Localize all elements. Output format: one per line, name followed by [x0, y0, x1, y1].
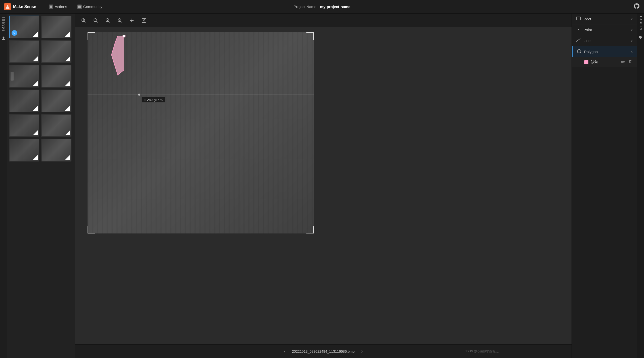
thumbnail-6[interactable] — [41, 65, 71, 88]
canvas-wrapper[interactable]: x: 280, y: 449 — [75, 27, 572, 344]
label-delete-button[interactable] — [627, 59, 633, 65]
thumbnail-row-2 — [9, 40, 73, 63]
thumbnail-10[interactable] — [41, 114, 71, 137]
svg-line-9 — [97, 21, 98, 22]
thumbnail-row-3 — [9, 65, 73, 88]
topbar: Make Sense Actions Community Project Nam… — [0, 0, 644, 14]
label-types-panel: Rect ∨ • Point ∨ — [572, 14, 637, 358]
images-sidebar-upload-icon[interactable] — [2, 36, 6, 41]
toolbar — [75, 14, 572, 27]
labels-tab-icon[interactable] — [639, 35, 643, 40]
svg-line-5 — [85, 21, 86, 22]
menu-item-community[interactable]: Community — [72, 0, 107, 14]
thumbnail-8[interactable] — [41, 90, 71, 112]
actions-menu-icon — [49, 5, 53, 9]
project-label: Project Name: — [294, 5, 317, 9]
thumbnail-9[interactable] — [9, 114, 39, 137]
main-content: Images ↻ — [0, 14, 644, 358]
label-actions-queji — [620, 59, 633, 65]
svg-rect-2 — [78, 6, 81, 8]
thumbnail-3[interactable] — [9, 40, 39, 63]
point-chevron: ∨ — [630, 28, 633, 32]
polygon-annotation[interactable] — [109, 35, 129, 81]
label-visibility-button[interactable] — [620, 59, 626, 65]
rect-chevron: ∨ — [630, 17, 633, 21]
images-sidebar-label: Images — [2, 16, 5, 31]
label-type-point-left: • Point — [576, 27, 592, 32]
label-color-queji — [584, 60, 588, 64]
edit-button[interactable] — [139, 16, 148, 25]
logo-icon — [4, 3, 11, 10]
thumbnail-nav-icon: ↻ — [12, 30, 17, 36]
pan-button[interactable] — [127, 16, 136, 25]
community-label: Community — [83, 5, 102, 9]
right-sidebar: Rect ∨ • Point ∨ — [572, 14, 637, 358]
watermark: CSDN @心清似水淡若云。 — [464, 349, 501, 353]
thumbnails-panel[interactable]: ↻ — [7, 14, 75, 358]
thumbnail-4[interactable] — [41, 40, 71, 63]
github-icon[interactable] — [633, 3, 640, 11]
svg-rect-1 — [50, 6, 52, 8]
label-type-polygon[interactable]: Polygon ∧ — [572, 46, 637, 57]
canvas-bottom-bar: ‹ 20221013_083622494_113116686.bmp › CSD… — [75, 344, 572, 358]
polygon-chevron: ∧ — [630, 50, 633, 54]
line-label: Line — [583, 38, 590, 43]
thumbnail-1[interactable]: ↻ — [9, 16, 39, 38]
zoom-fit-button[interactable] — [103, 16, 112, 25]
svg-line-21 — [576, 38, 580, 42]
community-menu-icon — [77, 5, 82, 9]
polygon-icon — [577, 49, 582, 54]
zoom-out-button[interactable] — [91, 16, 100, 25]
image-canvas[interactable]: x: 280, y: 449 — [88, 32, 314, 233]
label-item-queji: 缺角 — [572, 57, 637, 67]
thumbnail-11[interactable] — [9, 139, 39, 162]
corner-bl — [88, 226, 95, 233]
coords-text: x: 280, y: 449 — [144, 98, 163, 102]
logo-text: Make Sense — [13, 5, 36, 9]
rect-label: Rect — [583, 17, 591, 21]
labels-tab: Labels — [637, 14, 644, 358]
svg-rect-3 — [2, 39, 5, 40]
label-type-line[interactable]: Line ∨ — [572, 35, 637, 46]
thumbnail-row-1: ↻ — [9, 16, 73, 38]
svg-marker-22 — [577, 49, 581, 53]
prev-image-button[interactable]: ‹ — [282, 347, 287, 355]
topbar-menu: Actions Community — [44, 0, 107, 14]
svg-point-19 — [123, 35, 125, 37]
zoom-reset-button[interactable] — [115, 16, 124, 25]
next-image-button[interactable]: › — [360, 347, 364, 355]
crosshair-vertical — [139, 32, 139, 233]
project-info: Project Name: my-project-name — [294, 5, 350, 9]
svg-line-16 — [121, 21, 122, 22]
svg-point-23 — [622, 61, 624, 62]
point-label: Point — [583, 28, 592, 32]
polygon-label: Polygon — [584, 50, 598, 54]
coords-tooltip: x: 280, y: 449 — [142, 97, 165, 102]
crosshair-dot — [138, 94, 140, 96]
zoom-in-button[interactable] — [79, 16, 88, 25]
project-name: my-project-name — [320, 5, 350, 9]
label-type-rect-left: Rect — [576, 17, 591, 21]
svg-marker-0 — [6, 5, 10, 9]
corner-tl — [88, 32, 95, 40]
thumbnail-12[interactable] — [41, 139, 71, 162]
label-type-point[interactable]: • Point ∨ — [572, 24, 637, 35]
actions-label: Actions — [55, 5, 67, 9]
thumbnail-5[interactable] — [9, 65, 39, 88]
thumbnail-2[interactable] — [41, 16, 71, 38]
corner-tr — [306, 32, 314, 40]
logo[interactable]: Make Sense — [4, 3, 36, 10]
label-name-queji: 缺角 — [591, 60, 617, 64]
point-icon: • — [576, 27, 581, 32]
label-type-polygon-left: Polygon — [577, 49, 598, 54]
menu-item-actions[interactable]: Actions — [44, 0, 72, 14]
thumbnail-row-6 — [9, 139, 73, 162]
labels-tab-label: Labels — [639, 16, 642, 30]
thumbnail-7[interactable] — [9, 90, 39, 112]
corner-br — [306, 226, 314, 233]
thumbnail-row-5 — [9, 114, 73, 137]
label-type-rect[interactable]: Rect ∨ — [572, 14, 637, 24]
thumbnail-row-4 — [9, 90, 73, 112]
crosshair-horizontal — [88, 95, 314, 95]
images-sidebar: Images — [0, 14, 7, 358]
